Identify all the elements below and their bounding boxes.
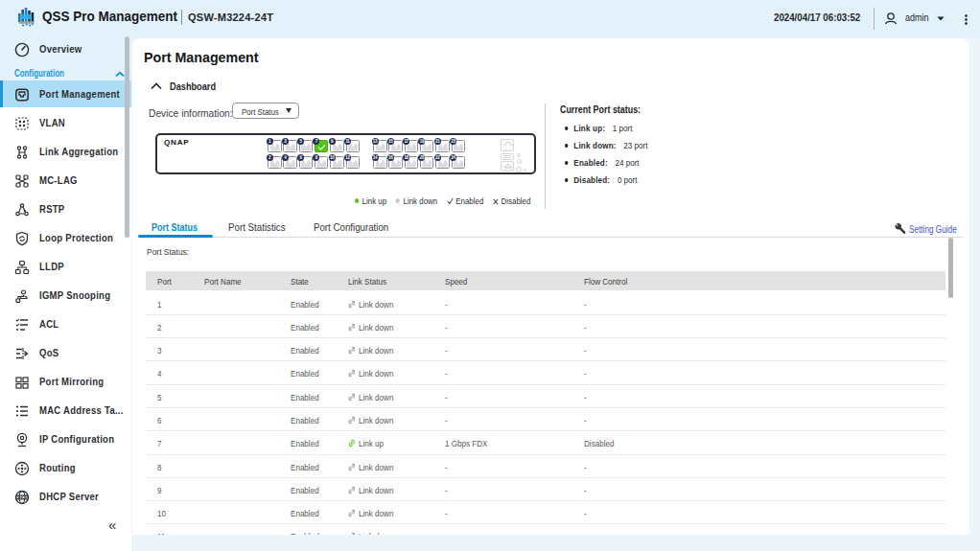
svg-text:DHCP: DHCP [16,495,29,500]
